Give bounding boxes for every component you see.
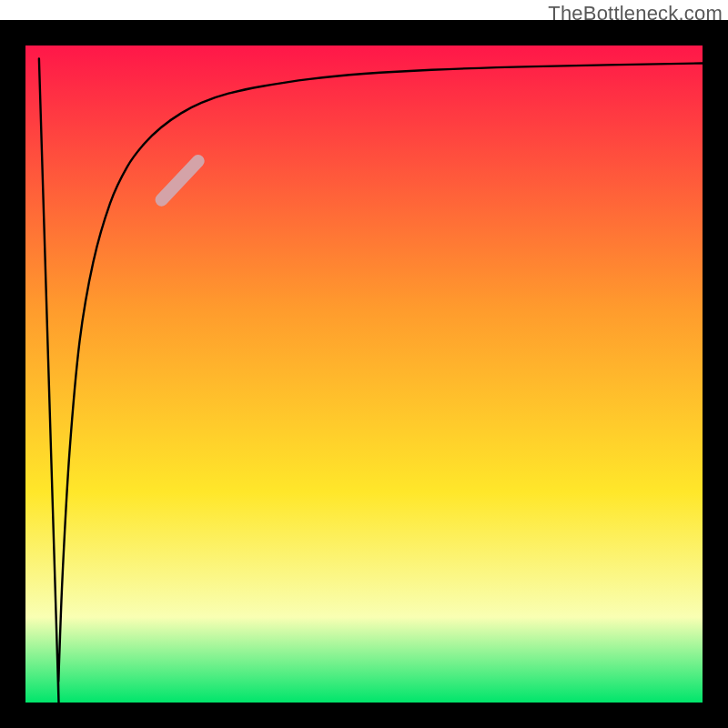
gradient-background [25, 46, 703, 703]
chart-svg [0, 20, 728, 728]
plot-area [0, 20, 728, 728]
chart-container: TheBottleneck.com [0, 0, 728, 728]
